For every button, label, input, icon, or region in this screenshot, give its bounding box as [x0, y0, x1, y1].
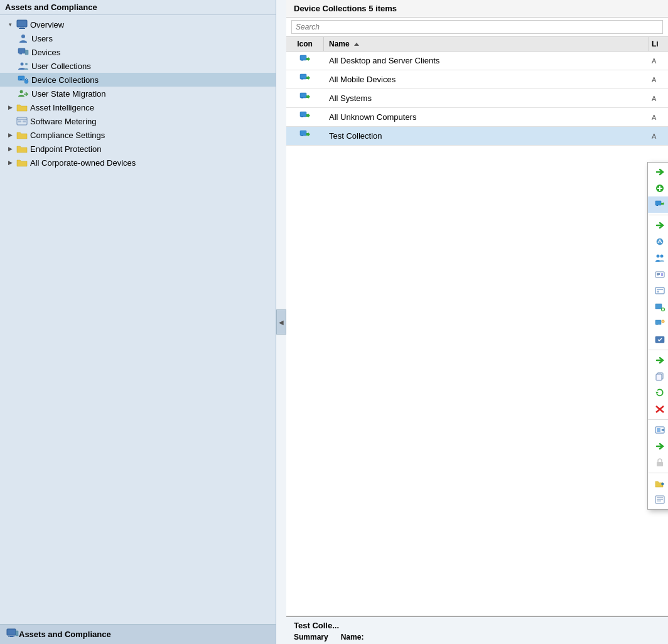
sidebar-item-overview[interactable]: ▾ Overview: [0, 18, 276, 31]
content-area: Device Collections 5 items Icon Name Li: [286, 0, 668, 644]
svg-rect-17: [23, 121, 26, 122]
sidebar-item-users[interactable]: Users: [0, 31, 276, 45]
svg-rect-29: [301, 116, 303, 117]
sidebar-item-compliance-settings[interactable]: ▶ Compliance Settings: [0, 128, 276, 142]
svg-point-57: [663, 322, 664, 323]
ctx-add-selected-items[interactable]: Add Selected Items ▶: [648, 180, 668, 196]
svg-rect-64: [657, 428, 660, 432]
search-input[interactable]: [291, 20, 663, 34]
bottom-panel-title: Test Colle...: [294, 621, 660, 630]
deploy-icon: [653, 441, 667, 452]
ctx-start-cmpivot[interactable]: Start CMPivot: [648, 233, 668, 250]
row-name: All Unknown Computers: [324, 111, 649, 123]
ctx-update-membership[interactable]: Update Membership: [648, 282, 668, 299]
sidebar-device-collections-label: Device Collections: [31, 75, 271, 85]
collapse-pane-button[interactable]: ◀: [276, 309, 286, 335]
devices-icon: [18, 47, 29, 57]
svg-rect-44: [657, 276, 659, 276]
update-icon: [653, 285, 667, 296]
endpoint-expand-arrow[interactable]: ▶: [5, 144, 15, 154]
sort-arrow: [354, 43, 359, 46]
col-header-icon: Icon: [286, 37, 324, 51]
ctx-show-members[interactable]: Show Members: [648, 164, 668, 180]
row-icon: [286, 129, 324, 143]
ctx-simulate-deployment[interactable]: Simulate Deployment: [648, 422, 668, 438]
sidebar-item-devices[interactable]: Devices: [0, 45, 276, 59]
ctx-manage-affinity[interactable]: Manage Affinity Requests: [648, 250, 668, 266]
sidebar-migration-label: User State Migration: [31, 89, 271, 99]
sidebar-title: Assets and Compliance: [5, 3, 97, 12]
computer-icon: [16, 19, 28, 30]
ctx-endpoint-protection[interactable]: Endpoint Protection ▶: [648, 331, 668, 348]
ctx-delete[interactable]: Delete Delete: [648, 401, 668, 417]
sidebar-item-software-metering[interactable]: Software Metering: [0, 114, 276, 128]
bottom-summary-label: Summary: [294, 633, 328, 641]
ctx-export[interactable]: Export: [648, 352, 668, 368]
col-header-li: Li: [649, 37, 668, 51]
bottom-panel: Test Colle... Summary Name:: [286, 616, 668, 644]
sidebar-item-endpoint-protection[interactable]: ▶ Endpoint Protection: [0, 142, 276, 156]
svg-rect-0: [17, 20, 27, 27]
properties-icon: [653, 494, 667, 505]
row-icon: [286, 91, 324, 105]
table-row[interactable]: All Systems A: [286, 89, 668, 108]
refresh-icon: [653, 387, 667, 399]
svg-rect-69: [657, 501, 661, 502]
content-header: Device Collections 5 items: [286, 0, 668, 18]
ctx-sep-2: [648, 350, 668, 350]
svg-rect-28: [300, 112, 306, 117]
svg-rect-4: [18, 48, 25, 53]
sidebar-item-corporate-devices[interactable]: ▶ All Corporate-owned Devices: [0, 156, 276, 169]
user-collections-icon: [18, 61, 29, 71]
table-row[interactable]: All Mobile Devices A: [286, 70, 668, 89]
svg-rect-36: [657, 205, 659, 206]
compliance-expand-arrow[interactable]: ▶: [5, 130, 15, 140]
ctx-deploy[interactable]: Deploy ▶: [648, 438, 668, 454]
arrow-right-icon: [653, 166, 667, 178]
sidebar-endpoint-label: Endpoint Protection: [30, 144, 271, 154]
svg-rect-22: [300, 55, 306, 60]
sidebar-item-device-collections[interactable]: Device Collections: [0, 73, 276, 87]
table-row[interactable]: All Unknown Computers A: [286, 108, 668, 127]
svg-point-7: [21, 63, 24, 66]
sidebar-item-user-state-migration[interactable]: User State Migration: [0, 87, 276, 100]
corporate-expand-arrow[interactable]: ▶: [5, 158, 15, 168]
row-name: All Mobile Devices: [324, 73, 649, 85]
sidebar-user-collections-label: User Collections: [31, 62, 271, 71]
row-li: A: [649, 75, 668, 85]
ctx-move[interactable]: Move: [648, 475, 668, 491]
ctx-run-script[interactable]: Run Script: [648, 217, 668, 233]
ctx-client-notification[interactable]: Client Notification ▶: [648, 315, 668, 331]
plus-green-icon: [653, 183, 667, 194]
ctx-refresh[interactable]: Refresh F5: [648, 385, 668, 401]
svg-rect-24: [300, 74, 306, 79]
sidebar-nav: ▾ Overview Users: [0, 15, 276, 624]
software-icon: [16, 116, 28, 126]
table-row-test-collection[interactable]: Test Collection A: [286, 127, 668, 146]
ctx-clear-server-locks[interactable]: Clear Server Group Deployment Locks: [648, 454, 668, 471]
svg-point-12: [20, 90, 23, 94]
folder-icon-corporate: [16, 158, 28, 168]
svg-point-40: [660, 255, 664, 258]
ep-icon: [653, 334, 667, 345]
ctx-copy[interactable]: Copy: [648, 368, 668, 385]
svg-rect-10: [20, 79, 22, 80]
table-row[interactable]: All Desktop and Server Clients A: [286, 51, 668, 70]
ctx-clear-pxe[interactable]: Clear Required PXE Deployments: [648, 266, 668, 282]
sidebar-item-user-collections[interactable]: User Collections: [0, 59, 276, 73]
svg-rect-26: [300, 93, 306, 98]
affinity-icon: [653, 252, 667, 264]
cmpivot-icon: [653, 236, 667, 247]
search-bar: [286, 18, 668, 37]
sidebar-overview-label: Overview: [30, 20, 271, 30]
ctx-properties[interactable]: Properties: [648, 491, 668, 508]
sidebar-compliance-label: Compliance Settings: [30, 131, 271, 140]
ctx-add-resources[interactable]: Add Resources: [648, 299, 668, 315]
row-name: All Desktop and Server Clients: [324, 55, 649, 67]
asset-expand-arrow[interactable]: ▶: [5, 102, 15, 112]
sidebar-item-asset-intelligence[interactable]: ▶ Asset Intelligence: [0, 100, 276, 114]
ctx-install-client[interactable]: Install Client: [648, 196, 668, 213]
overview-expand-arrow[interactable]: ▾: [5, 19, 15, 30]
sidebar: Assets and Compliance ▾ Overview: [0, 0, 276, 644]
svg-rect-2: [19, 28, 25, 29]
